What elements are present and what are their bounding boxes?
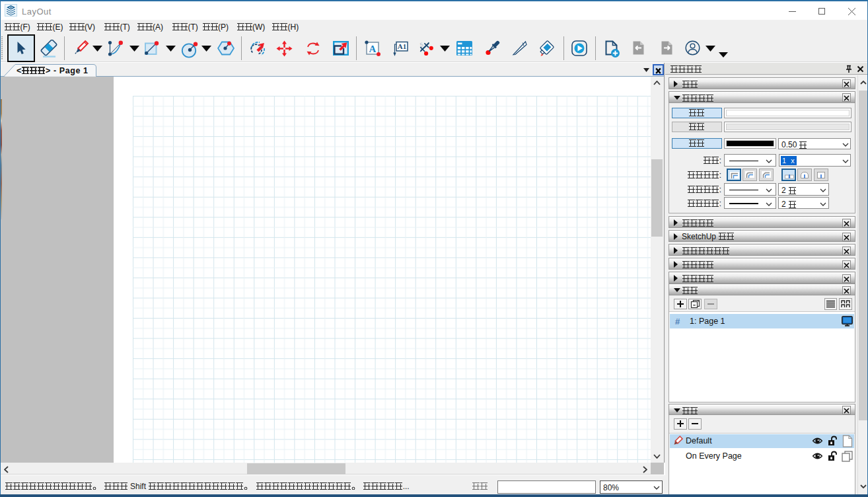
svg-text:5: 5 <box>419 41 425 48</box>
svg-text:A1: A1 <box>398 42 406 50</box>
svg-text:A: A <box>369 44 377 54</box>
